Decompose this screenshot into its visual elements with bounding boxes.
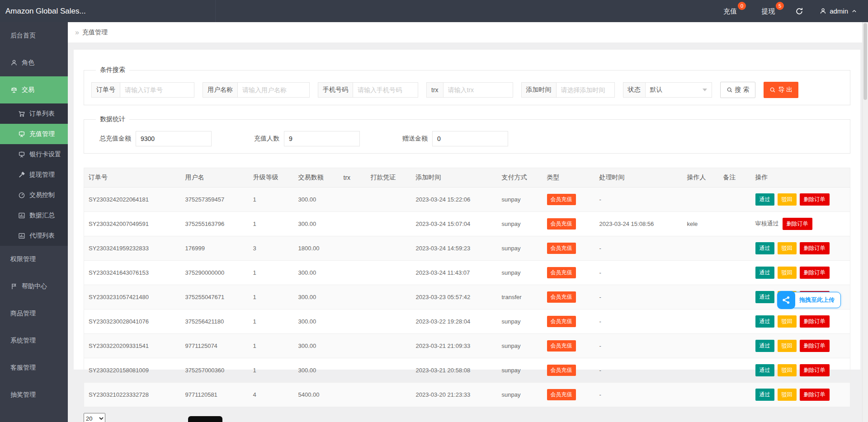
- cell-level: 1: [249, 188, 294, 212]
- delete-order-button[interactable]: 删除订单: [800, 364, 830, 376]
- sidebar-item-service-manage[interactable]: 客服管理: [0, 354, 68, 381]
- delete-order-button[interactable]: 删除订单: [800, 193, 830, 206]
- sidebar-item-trade[interactable]: 交易: [0, 76, 68, 103]
- sidebar-item-roles[interactable]: 角色: [0, 49, 68, 76]
- sidebar-item-order-list[interactable]: 订单列表: [0, 103, 68, 124]
- approve-order-button[interactable]: 通过: [755, 315, 774, 328]
- sidebar-item-trade-control[interactable]: 交易控制: [0, 185, 68, 205]
- orders-table: 订单号用户名升级等级交易数额trx打款凭证添加时间支付方式类型处理时间操作人备注…: [84, 168, 850, 407]
- cell-operator: [683, 334, 719, 358]
- filter-label-add-time: 添加时间: [521, 82, 556, 98]
- cell-voucher: [366, 212, 411, 236]
- page-size-select[interactable]: 20: [84, 413, 105, 422]
- approve-order-button[interactable]: 通过: [755, 242, 774, 254]
- sidebar-item-label: 抽奖管理: [10, 391, 36, 399]
- search-button[interactable]: 搜 索: [720, 82, 756, 98]
- stat-label-recharge-count: 充值人数: [240, 135, 279, 143]
- delete-order-button[interactable]: 删除订单: [783, 218, 812, 230]
- reject-order-button[interactable]: 驳回: [778, 389, 797, 401]
- reject-order-button[interactable]: 驳回: [778, 315, 797, 328]
- filter-select-status[interactable]: 默认: [645, 82, 712, 98]
- cell-actions: 通过驳回删除订单: [751, 309, 850, 334]
- column-header-username: 用户名: [181, 168, 249, 188]
- column-header-level: 升级等级: [249, 168, 294, 188]
- cell-trx: [339, 334, 366, 358]
- cell-username: 375257359457: [181, 188, 249, 212]
- sidebar-item-bankcard-settings[interactable]: 银行卡设置: [0, 144, 68, 164]
- reject-order-button[interactable]: 驳回: [778, 340, 797, 352]
- cell-level: 4: [249, 383, 294, 407]
- cell-username: 9771125074: [181, 334, 249, 358]
- table-row: SY2303210223332728977112058145400.002023…: [84, 383, 850, 407]
- stat-value-total-recharge[interactable]: [136, 131, 212, 146]
- user-menu[interactable]: admin: [811, 0, 868, 22]
- cell-added-at: 2023-03-23 05:57:42: [411, 285, 497, 309]
- cell-operator: [683, 236, 719, 261]
- stat-value-gift-amount[interactable]: [432, 131, 508, 146]
- delete-order-button[interactable]: 删除订单: [800, 242, 830, 254]
- cell-actions: 通过驳回删除订单: [751, 188, 850, 212]
- cell-type: 会员充值: [542, 334, 595, 358]
- cell-order-no: SY2303241959232833: [84, 236, 181, 261]
- table-row: SY23032416430761533752900000001300.00202…: [84, 261, 850, 285]
- column-header-processed-at: 处理时间: [595, 168, 683, 188]
- cell-operator: [683, 285, 719, 309]
- delete-order-button[interactable]: 删除订单: [800, 267, 830, 279]
- type-badge: 会员充值: [547, 389, 576, 400]
- cell-operator: [683, 188, 719, 212]
- cell-type: 会员充值: [542, 261, 595, 285]
- search-fieldset: 条件搜索 订单号用户名称手机号码trx添加时间状态默认搜 索导 出: [84, 66, 850, 105]
- vertical-scrollbar[interactable]: [862, 22, 868, 422]
- stat-value-recharge-count[interactable]: [284, 131, 360, 146]
- delete-order-button[interactable]: 删除订单: [800, 340, 830, 352]
- scrollbar-thumb[interactable]: [863, 23, 867, 100]
- delete-order-button[interactable]: 删除订单: [800, 389, 830, 401]
- cell-level: 1: [249, 334, 294, 358]
- sidebar-item-permission-manage[interactable]: 权限管理: [0, 246, 68, 273]
- filter-input-phone[interactable]: [353, 82, 418, 98]
- cell-voucher: [366, 334, 411, 358]
- cell-type: 会员充值: [542, 212, 595, 236]
- cell-remark: [719, 285, 751, 309]
- filter-input-order-no[interactable]: [120, 82, 194, 98]
- gauge-icon: [18, 192, 25, 199]
- approve-order-button[interactable]: 通过: [755, 291, 774, 303]
- cell-remark: [719, 383, 751, 407]
- sidebar-item-help-center[interactable]: 帮助中心: [0, 273, 68, 300]
- withdraw-count-badge: 5: [776, 2, 784, 10]
- header-nav-withdraw[interactable]: 提现 5: [749, 0, 787, 22]
- sidebar-item-recharge-manage[interactable]: 充值管理: [0, 124, 68, 144]
- export-button[interactable]: 导 出: [764, 82, 798, 98]
- sidebar-item-home[interactable]: 后台首页: [0, 22, 68, 49]
- header-nav-recharge[interactable]: 充值 0: [711, 0, 749, 22]
- header-right: 充值 0 提现 5 admin: [711, 0, 868, 22]
- sidebar-item-system-manage[interactable]: 系统管理: [0, 327, 68, 354]
- cell-trx: [339, 309, 366, 334]
- reject-order-button[interactable]: 驳回: [778, 364, 797, 376]
- refresh-icon[interactable]: [787, 0, 811, 22]
- sidebar-item-data-summary[interactable]: 数据汇总: [0, 205, 68, 225]
- reject-order-button[interactable]: 驳回: [778, 242, 797, 254]
- cell-type: 会员充值: [542, 309, 595, 334]
- approve-order-button[interactable]: 通过: [755, 389, 774, 401]
- sidebar-item-lottery-manage[interactable]: 抽奖管理: [0, 381, 68, 408]
- filter-select-value: 默认: [650, 86, 663, 94]
- cell-level: 1: [249, 212, 294, 236]
- approve-order-button[interactable]: 通过: [755, 340, 774, 352]
- sidebar-item-goods-manage[interactable]: 商品管理: [0, 300, 68, 327]
- filter-input-trx[interactable]: [443, 82, 513, 98]
- filter-input-add-time[interactable]: [556, 82, 615, 98]
- approve-order-button[interactable]: 通过: [755, 267, 774, 279]
- delete-order-button[interactable]: 删除订单: [800, 315, 830, 328]
- filter-input-user-name[interactable]: [237, 82, 310, 98]
- approve-order-button[interactable]: 通过: [755, 364, 774, 376]
- sidebar-item-withdraw-manage[interactable]: 提现管理: [0, 164, 68, 185]
- cell-trx: [339, 188, 366, 212]
- sidebar-item-agent-list[interactable]: 代理列表: [0, 225, 68, 246]
- filter-group-order-no: 订单号: [91, 82, 194, 98]
- drag-upload-tooltip[interactable]: 拖拽至此上传: [778, 292, 841, 308]
- cell-voucher: [366, 383, 411, 407]
- reject-order-button[interactable]: 驳回: [778, 193, 797, 206]
- reject-order-button[interactable]: 驳回: [778, 267, 797, 279]
- approve-order-button[interactable]: 通过: [755, 193, 774, 206]
